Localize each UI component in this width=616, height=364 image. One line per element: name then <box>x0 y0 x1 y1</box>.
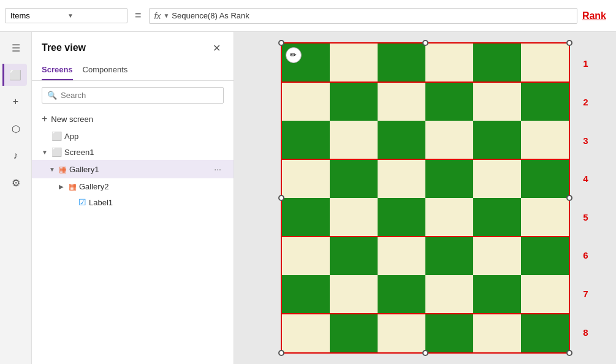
settings-icon: ⚙ <box>12 177 20 189</box>
database-button[interactable]: ⬡ <box>5 118 27 140</box>
rank-5: 5 <box>583 212 588 222</box>
fx-chevron-icon: ▼ <box>163 12 169 19</box>
settings-button[interactable]: ⚙ <box>5 172 27 194</box>
handle-top-right[interactable] <box>566 40 572 46</box>
tree-header: Tree view ✕ <box>32 32 234 61</box>
gallery1-icon: ▦ <box>59 164 67 174</box>
dropdown-arrow-icon: ▼ <box>67 12 122 19</box>
screen1-label: Screen1 <box>64 148 224 157</box>
label1-icon: ☑ <box>78 197 86 207</box>
fx-icon: fx <box>154 11 161 21</box>
handle-mid-left[interactable] <box>278 195 284 201</box>
gallery1-expand-arrow: ▼ <box>49 166 56 173</box>
gallery2-label: Gallery2 <box>79 182 224 191</box>
handle-bottom-left[interactable] <box>278 350 284 356</box>
equals-icon: = <box>135 9 142 22</box>
plus-icon: + <box>42 113 47 124</box>
gallery-outer-border <box>281 42 570 354</box>
rank-2: 2 <box>583 97 588 107</box>
search-box: 🔍 <box>42 87 224 104</box>
tree-item-label1[interactable]: ☑ Label1 <box>32 194 234 210</box>
tab-screens[interactable]: Screens <box>42 61 73 80</box>
add-icon: + <box>13 96 18 107</box>
add-button[interactable]: + <box>5 91 27 113</box>
canvas-area[interactable]: ✏ 1 2 3 4 5 <box>234 32 616 364</box>
search-input[interactable] <box>61 91 218 100</box>
rank-8: 8 <box>583 327 588 338</box>
rank-3: 3 <box>583 135 588 146</box>
new-screen-button[interactable]: + New screen <box>32 110 234 128</box>
gallery1-label: Gallery1 <box>69 165 209 174</box>
tree-title: Tree view <box>42 42 86 53</box>
tree-item-gallery2[interactable]: ▶ ▦ Gallery2 <box>32 178 234 194</box>
rank-4: 4 <box>583 173 588 184</box>
screen1-expand-arrow: ▼ <box>42 149 49 156</box>
tree-tabs: Screens Components <box>32 61 234 81</box>
rank-7: 7 <box>583 289 588 299</box>
edit-icon-overlay[interactable]: ✏ <box>286 47 302 63</box>
database-icon: ⬡ <box>12 123 20 135</box>
handle-top-left[interactable] <box>278 40 284 46</box>
hamburger-icon: ☰ <box>12 42 20 54</box>
layers-icon: ⬜ <box>9 69 21 81</box>
items-dropdown[interactable]: Items ▼ <box>5 8 127 23</box>
rank-top-label: Rank <box>582 10 606 21</box>
new-screen-label: New screen <box>51 115 93 124</box>
close-tree-button[interactable]: ✕ <box>209 40 224 55</box>
handle-bottom-right[interactable] <box>566 350 572 356</box>
formula-bar[interactable]: fx ▼ Sequence(8) As Rank <box>149 8 577 24</box>
tab-components[interactable]: Components <box>83 61 128 80</box>
media-button[interactable]: ♪ <box>5 145 27 167</box>
gallery1-more-button[interactable]: ··· <box>211 163 224 175</box>
handle-top-center[interactable] <box>422 40 428 46</box>
items-label: Items <box>10 11 65 20</box>
hamburger-menu-button[interactable]: ☰ <box>5 37 27 59</box>
gallery2-expand-arrow: ▶ <box>59 183 66 190</box>
handle-mid-right[interactable] <box>566 195 572 201</box>
gallery2-icon: ▦ <box>69 181 77 191</box>
rank-numbers: 1 2 3 4 5 6 7 8 <box>583 42 588 354</box>
tree-item-screen1[interactable]: ▼ ⬜ Screen1 <box>32 144 234 160</box>
rank-6: 6 <box>583 250 588 260</box>
rank-1: 1 <box>583 58 588 69</box>
handle-bottom-center[interactable] <box>422 350 428 356</box>
sidebar-icons: ☰ ⬜ + ⬡ ♪ ⚙ <box>0 32 32 364</box>
top-bar: Items ▼ = fx ▼ Sequence(8) As Rank Rank <box>0 0 616 32</box>
formula-text: Sequence(8) As Rank <box>172 11 249 20</box>
search-icon: 🔍 <box>47 91 57 100</box>
main-area: ☰ ⬜ + ⬡ ♪ ⚙ Tree view ✕ Screens Componen… <box>0 32 616 364</box>
tree-item-app[interactable]: ⬜ App <box>32 128 234 144</box>
tree-item-gallery1[interactable]: ▼ ▦ Gallery1 ··· <box>32 160 234 178</box>
app-icon: ⬜ <box>51 131 62 141</box>
canvas-content: ✏ 1 2 3 4 5 <box>281 42 570 354</box>
tree-panel: Tree view ✕ Screens Components 🔍 + New s… <box>32 32 234 364</box>
label1-label: Label1 <box>89 198 224 207</box>
tree-items: ⬜ App ▼ ⬜ Screen1 ▼ ▦ Gallery1 ··· ▶ ▦ G… <box>32 128 234 364</box>
media-icon: ♪ <box>13 150 18 161</box>
layers-button[interactable]: ⬜ <box>2 64 27 86</box>
checkerboard <box>282 44 569 352</box>
app-label: App <box>64 132 224 141</box>
screen-icon: ⬜ <box>51 147 62 157</box>
